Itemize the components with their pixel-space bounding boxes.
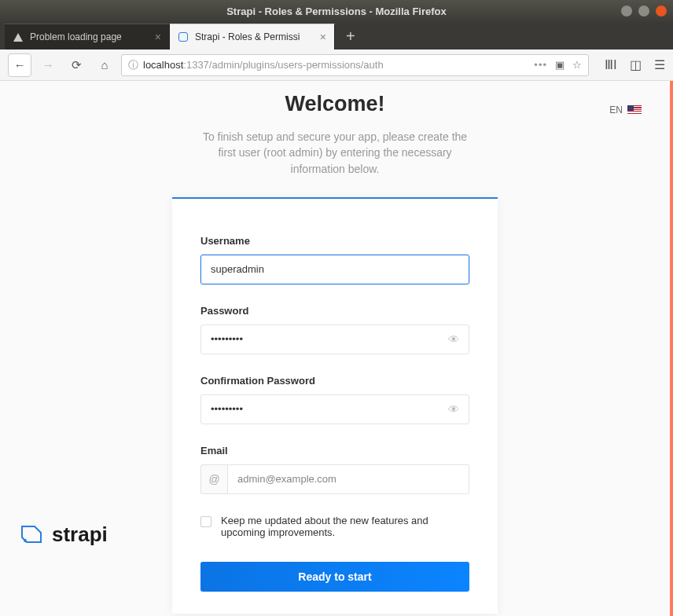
email-value: admin@example.com [237,473,336,485]
username-input[interactable]: superadmin [200,255,469,284]
close-icon[interactable]: × [155,31,161,43]
forward-button[interactable]: → [36,53,60,77]
back-button[interactable]: ← [8,53,31,77]
warning-icon [13,31,24,42]
browser-toolbar: ← → ⟳ ⌂ ⓘ localhost:1337/admin/plugins/u… [0,50,673,81]
close-icon[interactable]: × [320,31,326,43]
confirm-password-input[interactable]: ••••••••• 👁 [200,394,469,424]
tab-label: Strapi - Roles & Permissi [195,31,300,42]
language-code: EN [609,104,623,116]
window-title: Strapi - Roles & Permissions - Mozilla F… [226,6,447,17]
home-button[interactable]: ⌂ [93,53,116,77]
username-label: Username [200,235,469,247]
brand-logo: strapi [19,522,108,547]
window-maximize-button[interactable] [638,6,649,16]
password-value: ••••••••• [211,333,243,345]
strapi-favicon-icon [178,31,189,42]
page-actions-icon[interactable]: ••• [534,59,547,71]
info-icon[interactable]: ⓘ [128,58,138,72]
newsletter-label: Keep me updated about the new features a… [221,515,469,538]
tab-problem-loading[interactable]: Problem loading page × [5,24,170,50]
username-value: superadmin [211,263,264,275]
page-subheading: To finish setup and secure your app, ple… [193,129,476,177]
email-addon-icon: @ [200,464,227,494]
window-close-button[interactable] [656,6,667,16]
language-picker[interactable]: EN [609,104,642,116]
confirm-password-label: Confirmation Password [200,375,469,387]
password-label: Password [200,305,469,317]
url-host: localhost [143,59,183,71]
password-input[interactable]: ••••••••• 👁 [200,324,469,354]
svg-point-0 [24,539,27,542]
new-tab-button[interactable]: + [335,24,366,50]
strapi-logo-icon [19,525,44,545]
page-content: EN Welcome! To finish setup and secure y… [0,81,673,616]
bookmark-star-icon[interactable]: ☆ [572,59,582,71]
window-minimize-button[interactable] [621,6,632,16]
library-icon[interactable]: ⅢⅠ [605,57,617,72]
url-bar[interactable]: ⓘ localhost:1337/admin/plugins/users-per… [121,54,589,76]
tab-label: Problem loading page [30,31,122,42]
newsletter-checkbox[interactable] [200,516,211,527]
sidebar-icon[interactable]: ◫ [630,57,642,72]
page-heading: Welcome! [0,92,670,116]
url-path: :1337/admin/plugins/users-permissions/au… [183,59,383,71]
tab-strapi[interactable]: Strapi - Roles & Permissi × [170,24,335,50]
email-label: Email [200,445,469,456]
hamburger-menu-icon[interactable]: ☰ [654,57,665,72]
email-input[interactable]: admin@example.com [227,464,469,494]
us-flag-icon [627,105,642,115]
submit-button[interactable]: Ready to start [200,562,469,592]
submit-label: Ready to start [298,570,371,583]
brand-name: strapi [52,522,108,547]
eye-icon[interactable]: 👁 [448,333,459,346]
browser-tabstrip: Problem loading page × Strapi - Roles & … [0,22,673,50]
reader-mode-icon[interactable]: ▣ [555,59,565,71]
register-form: Username superadmin Password ••••••••• 👁… [172,197,498,614]
eye-icon[interactable]: 👁 [448,403,459,416]
window-titlebar: Strapi - Roles & Permissions - Mozilla F… [0,0,673,22]
confirm-password-value: ••••••••• [211,403,243,415]
reload-button[interactable]: ⟳ [64,53,88,77]
